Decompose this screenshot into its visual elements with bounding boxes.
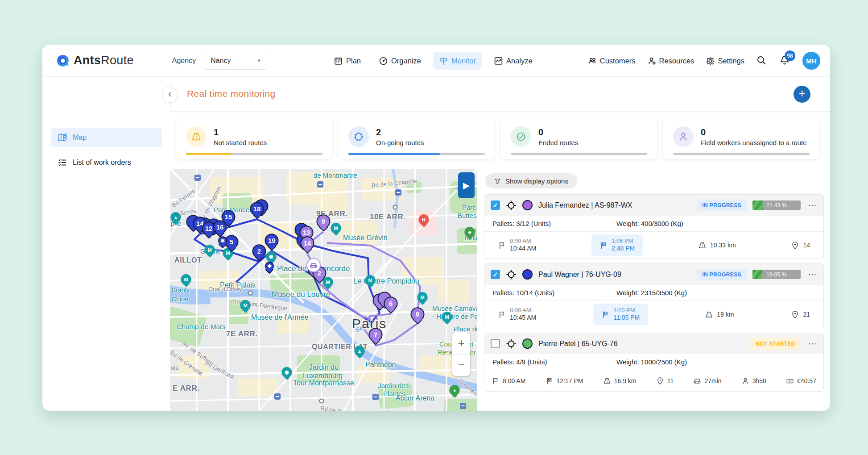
nav-plan[interactable]: Plan: [328, 52, 367, 70]
map-stop-marker[interactable]: ✱: [265, 262, 274, 271]
map-poi-pin[interactable]: M: [365, 275, 376, 285]
search-icon: [756, 55, 767, 66]
route-menu-button[interactable]: ⋯: [808, 338, 817, 349]
agency-value: Nancy: [211, 57, 231, 65]
stat-value: 2: [376, 127, 424, 138]
antsroute-logo-icon: [56, 54, 70, 68]
stat-ongoing: 2 On-going routes: [339, 118, 495, 159]
rail-station-icon: [274, 393, 281, 400]
route-load-row: Pallets: 4/9 (Units) Weight: 1000/2500 (…: [484, 354, 823, 370]
map-stop-marker[interactable]: ✱: [218, 236, 227, 245]
route-load-row: Pallets: 3/12 (Units) Weight: 400/3000 (…: [484, 216, 823, 232]
map-collapse-button[interactable]: ▶: [458, 172, 475, 198]
map-poi-pin[interactable]: ●: [450, 385, 460, 395]
right-nav: Customers Resources Settings 98 MH: [588, 45, 820, 77]
stat-progress: [673, 153, 810, 155]
map-stop-marker[interactable]: 18: [250, 202, 264, 216]
nav-customers[interactable]: Customers: [588, 56, 636, 66]
nav-organize[interactable]: Organize: [373, 52, 427, 70]
money-icon: [786, 377, 794, 385]
zoom-in-button[interactable]: +: [452, 332, 470, 355]
map-stop-marker[interactable]: 19: [265, 234, 279, 247]
nav-resources[interactable]: Resources: [647, 56, 694, 66]
agency-select[interactable]: Nancy ▾: [204, 52, 267, 70]
nav-analyze[interactable]: Analyze: [488, 52, 538, 70]
map-label: Accor Arena: [396, 394, 434, 402]
map-stop-marker[interactable]: 14: [301, 236, 314, 250]
route-times-row: 8:00 AM10:44 AM 1:06 PM2:48 PM 10.33 km …: [484, 232, 823, 259]
person-icon: [673, 126, 694, 147]
map-poi-pin[interactable]: ◉: [282, 367, 292, 377]
map-stop-marker[interactable]: 16: [213, 220, 227, 234]
route-card-header: ✓ Paul Wagner | 76-UYG-09 IN PROGRESS 19…: [484, 264, 823, 285]
map-poi-pin[interactable]: M: [205, 245, 215, 255]
route-card-header: Pierre Patel | 65-UYG-76 NOT STARTED ⋯: [484, 333, 823, 354]
map-poi-pin[interactable]: M: [331, 223, 341, 233]
stat-ended: 0 Ended routes: [501, 118, 657, 159]
status-badge: IN PROGRESS: [697, 269, 747, 280]
nav-settings[interactable]: Settings: [706, 56, 744, 66]
person-icon: [741, 377, 749, 385]
route-checkbox[interactable]: ✓: [491, 270, 500, 279]
stat-value: 0: [701, 127, 807, 138]
route-menu-button[interactable]: ⋯: [808, 200, 817, 210]
locate-icon[interactable]: [506, 338, 517, 349]
map-poi-pin[interactable]: H: [419, 214, 429, 225]
notifications-button[interactable]: 98: [779, 55, 791, 67]
sidebar-item-map[interactable]: Map: [51, 128, 162, 147]
car-icon: [693, 377, 701, 385]
map-zoom-controls: + −: [452, 332, 470, 376]
map-poi-pin[interactable]: M: [417, 292, 428, 302]
map-poi-pin[interactable]: M: [240, 300, 251, 310]
agency-label: Agency: [172, 57, 196, 65]
map-stop-marker[interactable]: 2: [252, 244, 266, 258]
map-poi-pin[interactable]: ◉: [266, 251, 277, 262]
stat-label: Field workers unassigned to a route: [701, 139, 807, 146]
route-menu-button[interactable]: ⋯: [808, 269, 817, 280]
stat-not-started: 1 Not started routes: [176, 118, 332, 159]
map-poi-pin[interactable]: ▲: [171, 212, 181, 222]
show-display-options-button[interactable]: Show display options: [485, 173, 577, 188]
stat-progress: [511, 153, 647, 155]
map-poi-pin[interactable]: M: [181, 274, 191, 284]
map-canvas[interactable]: de MontmartreBd de la ChapelleAv. JParc …: [170, 169, 477, 411]
map-stop-marker[interactable]: 6: [384, 296, 398, 310]
map-poi-pin[interactable]: M: [323, 277, 333, 287]
search-button[interactable]: [756, 55, 768, 67]
routes-panel: Show display options ✓ Julia Fernandez |…: [477, 169, 830, 411]
map-label: 10E ARR.: [370, 213, 406, 221]
map-stop-marker[interactable]: 9: [317, 214, 331, 228]
brand-text: AntsRoute: [74, 54, 134, 67]
map-poi-pin[interactable]: M: [442, 312, 452, 322]
pin-icon: [791, 310, 799, 319]
rail-station-icon: [317, 181, 323, 188]
vehicle-position-badge[interactable]: [306, 258, 321, 272]
zoom-out-button[interactable]: −: [452, 355, 470, 376]
locate-icon[interactable]: [506, 269, 517, 280]
sidebar-item-work-orders[interactable]: List of work orders: [51, 153, 162, 172]
map-poi-pin[interactable]: ♣: [465, 227, 475, 237]
pallets-value: Pallets: 3/12 (Units): [492, 220, 616, 227]
brand-logo[interactable]: AntsRoute: [56, 54, 134, 68]
add-button[interactable]: +: [794, 86, 810, 103]
nav-monitor[interactable]: Monitor: [433, 52, 482, 70]
route-checkbox[interactable]: [491, 339, 500, 348]
route-checkbox[interactable]: ✓: [491, 200, 500, 210]
avatar[interactable]: MH: [802, 52, 820, 70]
check-circle-icon: [511, 126, 531, 147]
app-window: AntsRoute Agency Nancy ▾ Plan Organize M…: [42, 45, 830, 411]
map-poi-pin[interactable]: ▲: [355, 346, 365, 356]
map-label: Musée de l'Armée: [251, 313, 308, 321]
rail-station-icon: [395, 189, 401, 196]
map-icon: [58, 133, 67, 142]
route-progress-bar: 19.05 %: [752, 270, 801, 279]
locate-icon[interactable]: [506, 200, 517, 211]
back-button[interactable]: ‹: [162, 87, 178, 103]
pallets-value: Pallets: 4/9 (Units): [492, 358, 616, 366]
map-label: Parc de: [462, 204, 477, 211]
route-name: Julia Fernandez | AS-987-WX: [538, 201, 632, 209]
checkered-flag-icon: [599, 241, 608, 250]
map-label: E ARR.: [173, 384, 200, 393]
map-stop-marker[interactable]: 8: [411, 307, 425, 321]
map-stop-marker[interactable]: 7: [369, 328, 383, 342]
